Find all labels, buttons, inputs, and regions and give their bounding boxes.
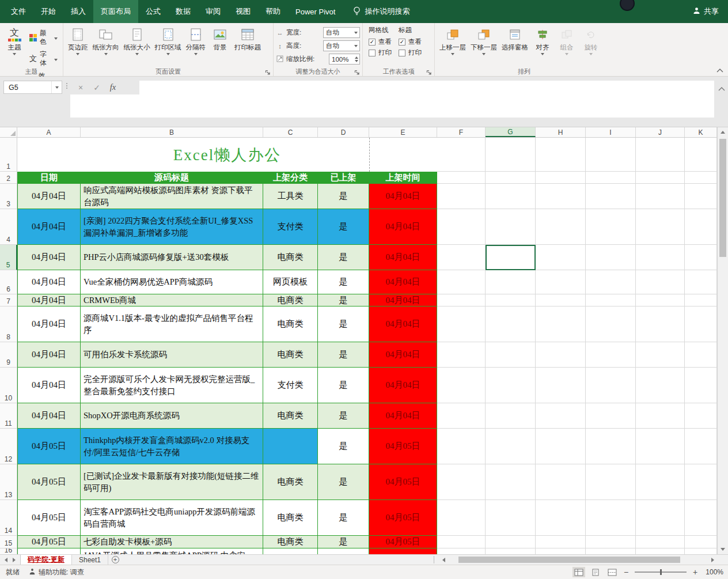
cell-F9[interactable] <box>437 342 486 368</box>
zoom-in-button[interactable]: + <box>692 567 699 577</box>
vertical-scrollbar[interactable] <box>717 127 728 554</box>
row-header-6[interactable]: 6 <box>0 270 17 294</box>
ribbon-tab-插入[interactable]: 插入 <box>63 0 93 23</box>
page-setup-margins-button[interactable]: 页边距 <box>66 25 90 67</box>
row-header-8[interactable]: 8 <box>0 306 17 342</box>
cell-I7[interactable] <box>586 294 636 306</box>
row-header-1[interactable]: 1 <box>0 138 17 172</box>
cell-A11[interactable]: 04月04日 <box>17 403 81 429</box>
cell-B9[interactable]: 可用伯乐发卡系统源码 <box>81 342 263 368</box>
arrange-group-button[interactable]: 组合 <box>555 25 579 67</box>
spinner-icon[interactable] <box>355 56 359 62</box>
name-box[interactable]: G5 <box>3 81 62 94</box>
cell-B4[interactable]: [亲测] 2022四方聚合支付系统全新UI_修复XSS漏洞补单漏洞_新增诸多功能 <box>81 209 263 245</box>
cell-G7[interactable] <box>486 294 536 306</box>
cell-G9[interactable] <box>486 342 536 368</box>
cell-B8[interactable]: 源商城V1.1版本-最专业的虚拟产品销售平台程序 <box>81 306 263 342</box>
page-setup-breaks-button[interactable]: 分隔符 <box>184 25 208 67</box>
cell-E13[interactable]: 04月05日 <box>369 464 437 500</box>
sheet-tab-Sheet1[interactable]: Sheet1 <box>72 555 108 565</box>
page-break-view-button[interactable] <box>606 567 619 577</box>
zoom-slider[interactable] <box>635 572 687 573</box>
cell-B3[interactable]: 响应式高端网站模板源码图库素材 资源下载平台源码 <box>81 184 263 209</box>
cell-D4[interactable]: 是 <box>318 209 369 245</box>
cell-C10[interactable]: 支付类 <box>263 368 318 403</box>
cell-C9[interactable]: 电商类 <box>263 342 318 368</box>
cell-A7[interactable]: 04月04日 <box>17 294 81 306</box>
cell-G14[interactable] <box>486 500 536 536</box>
tab-scrollbar-splitter[interactable] <box>434 556 437 563</box>
cell-G8[interactable] <box>486 306 536 342</box>
cell-F16[interactable] <box>437 548 486 554</box>
share-button[interactable]: 共享 <box>684 0 728 23</box>
cell-D13[interactable]: 是 <box>318 464 369 500</box>
cell-K14[interactable] <box>685 500 717 536</box>
cell-A10[interactable]: 04月04日 <box>17 368 81 403</box>
sheet-nav-left-icon[interactable] <box>5 558 7 562</box>
zoom-out-button[interactable]: − <box>623 567 630 577</box>
cell-H16[interactable] <box>536 548 586 554</box>
cell-D5[interactable]: 是 <box>318 245 369 270</box>
horizontal-scroll-thumb[interactable] <box>458 557 680 563</box>
cell-K11[interactable] <box>685 403 717 429</box>
cell-B7[interactable]: CRMWEb商城 <box>81 294 263 306</box>
cell-F10[interactable] <box>437 368 486 403</box>
cell-K6[interactable] <box>685 270 717 294</box>
cell-H4[interactable] <box>536 209 586 245</box>
scroll-down-icon[interactable] <box>718 544 728 554</box>
user-avatar[interactable] <box>620 0 635 11</box>
cell-A3[interactable]: 04月04日 <box>17 184 81 209</box>
arrange-bring-forward-button[interactable]: 上移一层 <box>437 25 468 67</box>
column-header-H[interactable]: H <box>536 127 586 137</box>
table-header-date[interactable]: 日期 <box>17 172 81 184</box>
cell-J3[interactable] <box>636 184 685 209</box>
cell-A15[interactable]: 04月05日 <box>17 536 81 548</box>
row-header-16[interactable]: 16 <box>0 548 17 554</box>
cell-B11[interactable]: ShopXO开源电商系统源码 <box>81 403 263 429</box>
cell-I3[interactable] <box>586 184 636 209</box>
cell-K16[interactable] <box>685 548 717 554</box>
cell-D9[interactable]: 是 <box>318 342 369 368</box>
gridlines-print-checkbox[interactable]: 打印 <box>369 48 392 57</box>
cell-A5[interactable]: 04月04日 <box>17 245 81 270</box>
cell-J4[interactable] <box>636 209 685 245</box>
cell-H13[interactable] <box>536 464 586 500</box>
cell-C14[interactable]: 电商类 <box>263 500 318 536</box>
cell-I2[interactable] <box>586 172 636 184</box>
cell-A13[interactable]: 04月05日 <box>17 464 81 500</box>
cell-H12[interactable] <box>536 429 586 464</box>
row-header-4[interactable]: 4 <box>0 209 17 245</box>
horizontal-scroll-track[interactable] <box>448 555 708 564</box>
row-header-11[interactable]: 11 <box>0 403 17 429</box>
cell-H3[interactable] <box>536 184 586 209</box>
cell-F11[interactable] <box>437 403 486 429</box>
page-setup-print-titles-button[interactable]: 打印标题 <box>232 25 263 67</box>
cell-G5[interactable] <box>486 245 536 270</box>
cell-J7[interactable] <box>636 294 685 306</box>
cell-B6[interactable]: Vue全家桶仿网易优选APP商城源码 <box>81 270 263 294</box>
cell-D14[interactable]: 是 <box>318 500 369 536</box>
scale-dialog-launcher[interactable] <box>354 69 361 75</box>
cell-F3[interactable] <box>437 184 486 209</box>
arrange-send-backward-button[interactable]: 下移一层 <box>468 25 499 67</box>
row-header-15[interactable]: 15 <box>0 536 17 548</box>
cell-B10[interactable]: 完全开源版可乐个人发卡网无授权完整运营版_整合最新免签约支付接口 <box>81 368 263 403</box>
cell-H9[interactable] <box>536 342 586 368</box>
table-header-listed[interactable]: 已上架 <box>318 172 369 184</box>
cell-H6[interactable] <box>536 270 586 294</box>
accessibility-status[interactable]: 辅助功能: 调查 <box>29 567 84 577</box>
cell-G6[interactable] <box>486 270 536 294</box>
table-header-title[interactable]: 源码标题 <box>81 172 263 184</box>
row-header-9[interactable]: 9 <box>0 342 17 368</box>
column-header-E[interactable]: E <box>369 127 437 137</box>
cell-H14[interactable] <box>536 500 586 536</box>
cell-K5[interactable] <box>685 245 717 270</box>
enter-button[interactable]: ✓ <box>89 81 105 94</box>
cell-I14[interactable] <box>586 500 636 536</box>
cancel-button[interactable]: × <box>73 81 89 94</box>
row-header-10[interactable]: 10 <box>0 368 17 403</box>
cell-H1[interactable] <box>536 138 586 172</box>
cell-E16[interactable] <box>369 548 437 554</box>
cell-D11[interactable]: 是 <box>318 403 369 429</box>
row-header-5[interactable]: 5 <box>0 245 17 270</box>
